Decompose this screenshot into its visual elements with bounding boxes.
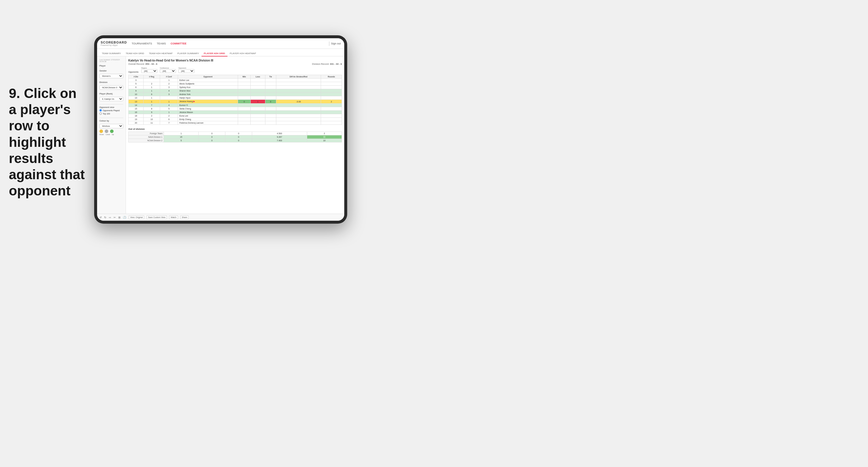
table-row[interactable]: 19106Emily Chang: [129, 118, 342, 121]
nav-separator: |: [329, 41, 330, 46]
forward-icon[interactable]: ⇨: [109, 216, 111, 219]
table-cell: 5: [129, 82, 144, 86]
sidebar: Last Updated: 27/03/2024 16:55:38 Player…: [97, 57, 126, 214]
tab-player-summary[interactable]: PLAYER SUMMARY: [175, 51, 202, 57]
table-cell: 11: [143, 121, 160, 125]
table-cell: Sydney Kuo: [178, 86, 238, 89]
tab-team-summary[interactable]: TEAM SUMMARY: [99, 51, 123, 57]
redo-icon[interactable]: ↻: [104, 216, 106, 219]
out-div-value-cell: 0: [198, 139, 225, 143]
nav-committee[interactable]: COMMITTEE: [170, 41, 187, 45]
table-cell: 1: [160, 111, 178, 114]
table-row[interactable]: 914Sharon Mun: [129, 89, 342, 93]
col-diff: Diff Av Strokes/Rnd: [276, 75, 321, 79]
table-cell: [276, 114, 321, 118]
table-row[interactable]: 1822Euna Lee: [129, 114, 342, 118]
table-row[interactable]: 131Haeijn Hyun: [129, 96, 342, 100]
player-rank-select[interactable]: 8. Katelyn Vo: [99, 97, 123, 101]
table-cell: [265, 114, 276, 118]
table-cell: [265, 93, 276, 96]
gender-select[interactable]: Women's: [99, 74, 123, 78]
top-100-radio[interactable]: [99, 113, 102, 115]
table-cell: 14: [129, 103, 144, 107]
tab-player-h2h-grid[interactable]: PLAYER H2H GRID: [202, 51, 227, 57]
table-cell: [160, 96, 178, 100]
table-cell: [265, 118, 276, 121]
table-row[interactable]: 1691Jessica Mason: [129, 111, 342, 114]
copy-icon[interactable]: ⊞: [118, 216, 121, 219]
colour-by-select[interactable]: Win/loss: [99, 124, 123, 128]
undo-icon[interactable]: ↺: [99, 216, 102, 219]
tab-team-h2h-heatmap[interactable]: TEAM H2H HEATMAP: [147, 51, 175, 57]
save-custom-btn[interactable]: Save Custom View: [147, 215, 167, 219]
table-cell: Jessica Huang ▶: [178, 100, 238, 103]
table-cell: Haeijn Hyun: [178, 96, 238, 100]
clock-icon[interactable]: 🕐: [123, 216, 126, 219]
logo-title: SCOREBOARD: [101, 41, 127, 44]
table-row[interactable]: 522Alexis Sudijianto: [129, 82, 342, 86]
table-cell: [238, 86, 251, 89]
table-row[interactable]: 1063Andrea York: [129, 93, 342, 96]
table-row[interactable]: 1585Stella Cheng: [129, 107, 342, 111]
out-division-row[interactable]: Foreign Team1004.5002: [129, 132, 342, 135]
region-select[interactable]: (All): [141, 69, 157, 73]
sign-out-link[interactable]: Sign out: [331, 42, 341, 45]
conference-select[interactable]: (All): [160, 69, 176, 73]
tab-player-h2h-heatmap[interactable]: PLAYER H2H HEATMAP: [227, 51, 259, 57]
tablet-frame: SCOREBOARD Powered by clippd TOURNAMENTS…: [94, 35, 347, 224]
logo: SCOREBOARD Powered by clippd: [101, 41, 127, 46]
table-cell: [321, 103, 342, 107]
table-cell: 3: [160, 93, 178, 96]
table-cell: 1: [143, 86, 160, 89]
out-div-value-cell: 30: [307, 135, 342, 139]
out-div-label-cell: NCAA Division 2: [129, 139, 164, 143]
division-select[interactable]: NCAA Division III: [99, 85, 123, 90]
table-cell: 2: [160, 82, 178, 86]
records-row: Overall Record: 353 - 34 - 6 Division Re…: [128, 63, 342, 65]
col-opponent: Opponent: [178, 75, 238, 79]
view-original-btn[interactable]: View: Original: [129, 215, 144, 219]
table-cell: [238, 82, 251, 86]
nav-teams[interactable]: TEAMS: [157, 41, 166, 45]
top-100-option[interactable]: Top 100: [99, 113, 123, 115]
out-division-row[interactable]: NCAA Division 25007.40010: [129, 139, 342, 143]
opponents-played-option[interactable]: Opponents Played: [99, 109, 123, 112]
watch-btn[interactable]: Watch: [169, 215, 178, 219]
sidebar-player-rank-section: Player (Rank) 8. Katelyn Vo: [99, 93, 123, 101]
table-cell: [321, 79, 342, 82]
nav-tournaments[interactable]: TOURNAMENTS: [131, 41, 152, 45]
share-btn[interactable]: Share: [180, 215, 189, 219]
table-cell: [276, 96, 321, 100]
table-row[interactable]: 20117Federica Domecq Lacroze: [129, 121, 342, 125]
table-row[interactable]: 1474Eunice Yi: [129, 103, 342, 107]
table-cell: [238, 107, 251, 111]
tab-bar: TEAM SUMMARY TEAM H2H GRID TEAM H2H HEAT…: [97, 49, 344, 57]
table-cell: [265, 79, 276, 82]
table-cell: 13: [129, 96, 144, 100]
out-div-label-cell: NAIA Division 1: [129, 135, 164, 139]
table-row[interactable]: 1311Jessica Huang ▶010-3.002: [129, 100, 342, 103]
opponent-select[interactable]: (All): [178, 69, 194, 73]
table-cell: [143, 79, 160, 82]
table-cell: 2: [321, 100, 342, 103]
opponents-played-radio[interactable]: [99, 109, 102, 112]
table-row[interactable]: 31Esther Lee: [129, 79, 342, 82]
table-cell: [250, 96, 265, 100]
table-cell: [276, 118, 321, 121]
out-division-row[interactable]: NAIA Division 115009.26730: [129, 135, 342, 139]
table-cell: 20: [129, 121, 144, 125]
table-cell: [238, 96, 251, 100]
tab-team-h2h-grid[interactable]: TEAM H2H GRID: [123, 51, 147, 57]
annotation-content: 9. Click on a player's row to highlight …: [9, 86, 85, 198]
table-cell: 1: [143, 89, 160, 93]
player-label: Player: [99, 65, 123, 67]
table-cell: 1: [160, 79, 178, 82]
cut-icon[interactable]: ✂: [114, 216, 116, 219]
overall-record: Overall Record: 353 - 34 - 6: [128, 63, 157, 65]
table-row[interactable]: 613Sydney Kuo: [129, 86, 342, 89]
col-conf: # Conf: [160, 75, 178, 79]
table-cell: [250, 111, 265, 114]
table-cell: [321, 82, 342, 86]
table-cell: [276, 111, 321, 114]
table-cell: Federica Domecq Lacroze: [178, 121, 238, 125]
